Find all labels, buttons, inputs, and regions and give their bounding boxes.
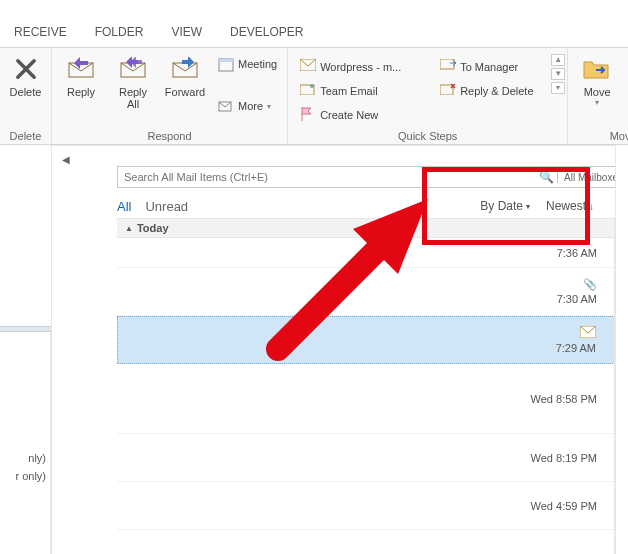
forward-button[interactable]: Forward bbox=[162, 50, 208, 98]
group-respond: Reply Reply All Forward Meetin bbox=[52, 48, 288, 144]
svg-rect-7 bbox=[440, 59, 454, 69]
qs-create-new[interactable]: Create New bbox=[300, 104, 430, 126]
list-item[interactable]: 7:36 AM bbox=[117, 238, 621, 268]
group-quick-steps: Wordpress - m... To Manager Team Email R… bbox=[288, 48, 568, 144]
ribbon-bar: Delete Delete Reply Reply All bbox=[0, 47, 628, 145]
filter-unread[interactable]: Unread bbox=[145, 199, 188, 214]
more-icon bbox=[218, 98, 234, 114]
reply-delete-icon bbox=[440, 83, 456, 99]
chevron-down-icon: ▾ bbox=[526, 202, 530, 211]
list-item[interactable]: Wed 8:58 PM bbox=[117, 364, 621, 434]
search-input[interactable] bbox=[118, 171, 535, 183]
qs-scroll-up[interactable]: ▲ bbox=[551, 54, 565, 66]
mail-pane: ◀ 🔍 All Mailboxes ▾ All Unread By Date ▾… bbox=[51, 145, 628, 554]
reading-pane-edge bbox=[615, 145, 628, 554]
reply-button[interactable]: Reply bbox=[58, 50, 104, 98]
qs-team-email[interactable]: Team Email bbox=[300, 80, 430, 102]
search-icon[interactable]: 🔍 bbox=[535, 170, 557, 184]
group-delete: Delete Delete bbox=[0, 48, 52, 144]
list-item[interactable]: Wed 8:19 PM bbox=[117, 434, 621, 482]
search-box: 🔍 All Mailboxes ▾ bbox=[117, 166, 628, 188]
envelope-icon bbox=[580, 326, 596, 340]
folder-move-icon bbox=[582, 54, 612, 84]
svg-rect-10 bbox=[440, 85, 453, 95]
delete-x-icon bbox=[11, 54, 41, 84]
list-item[interactable]: 📎 7:30 AM bbox=[117, 268, 621, 316]
qs-scroll-down[interactable]: ▼ bbox=[551, 68, 565, 80]
caret-down-icon: ▲ bbox=[125, 224, 133, 233]
reply-all-icon bbox=[118, 54, 148, 84]
qs-wordpress[interactable]: Wordpress - m... bbox=[300, 56, 430, 78]
tab-folder[interactable]: FOLDER bbox=[81, 17, 158, 47]
chevron-down-icon: ▾ bbox=[595, 98, 599, 107]
nav-pane-fragment: nly) r only) bbox=[0, 330, 51, 554]
list-item[interactable]: 7:29 AM bbox=[117, 316, 621, 364]
message-list: 7:36 AM 📎 7:30 AM 7:29 AM Wed 8:58 PM We… bbox=[117, 238, 621, 554]
chevron-down-icon: ▾ bbox=[267, 102, 271, 111]
envelope-icon bbox=[300, 59, 316, 75]
filter-all[interactable]: All bbox=[117, 199, 131, 214]
group-header-today[interactable]: ▲ Today bbox=[117, 218, 621, 238]
arrow-down-icon: ↓ bbox=[589, 201, 594, 212]
tab-view[interactable]: VIEW bbox=[157, 17, 216, 47]
team-envelope-icon bbox=[300, 83, 316, 99]
sort-newest[interactable]: Newest ↓ bbox=[546, 199, 594, 213]
svg-rect-4 bbox=[219, 59, 233, 62]
calendar-icon bbox=[218, 56, 234, 72]
mail-filters: All Unread By Date ▾ Newest ↓ bbox=[117, 194, 614, 218]
tab-receive[interactable]: RECEIVE bbox=[0, 17, 81, 47]
attachment-icon: 📎 bbox=[583, 278, 597, 291]
list-item[interactable]: Wed 4:59 PM bbox=[117, 482, 621, 530]
reply-icon bbox=[66, 54, 96, 84]
qs-expand[interactable]: ▾ bbox=[551, 82, 565, 94]
meeting-button[interactable]: Meeting bbox=[214, 54, 281, 74]
tab-developer[interactable]: DEVELOPER bbox=[216, 17, 317, 47]
flag-icon bbox=[300, 107, 316, 123]
more-button[interactable]: More ▾ bbox=[214, 96, 281, 116]
delete-button[interactable]: Delete bbox=[6, 50, 45, 98]
forward-icon bbox=[170, 54, 200, 84]
svg-point-9 bbox=[310, 84, 314, 88]
sort-by-date[interactable]: By Date ▾ bbox=[480, 199, 530, 213]
forward-envelope-icon bbox=[440, 59, 456, 75]
move-button[interactable]: Move ▾ bbox=[574, 50, 620, 107]
collapse-toggle[interactable]: ◀ bbox=[62, 154, 70, 165]
reply-all-button[interactable]: Reply All bbox=[110, 50, 156, 110]
ribbon-tabs: RECEIVE FOLDER VIEW DEVELOPER bbox=[0, 0, 628, 47]
